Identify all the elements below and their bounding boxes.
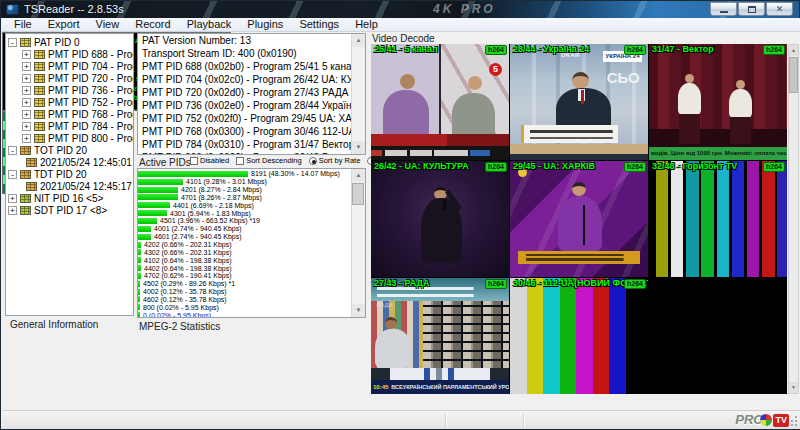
- tree-item-pmt[interactable]: +PMT PID 784 - Progr. 47: [6, 120, 133, 132]
- menu-item-file[interactable]: File: [6, 18, 40, 31]
- scroll-up-icon[interactable]: ▲: [789, 45, 798, 56]
- tree-expander-icon[interactable]: +: [8, 206, 17, 215]
- pid-row[interactable]: 4602 (0.12% - 35.78 Kbps): [138, 296, 365, 304]
- pid-row[interactable]: 4501 (3.96% - 663.52 Kbps) *19: [138, 217, 365, 225]
- tree-expander-icon[interactable]: -: [8, 146, 17, 155]
- pid-row[interactable]: 4101 (9.28% - 3.01 Mbps): [138, 178, 365, 186]
- pid-row[interactable]: 0 (0.02% - 5.95 Kbps): [138, 311, 365, 318]
- scrollbar-thumb[interactable]: [789, 57, 798, 93]
- video-cell-rada[interactable]: РАДА 10:45 ВСЕУКРАЇНСЬКИЙ ПАРЛАМЕНТСЬКИЙ…: [371, 278, 509, 394]
- pid-row[interactable]: 4402 (0.64% - 198.38 Kbps): [138, 264, 365, 272]
- menu-item-settings[interactable]: Settings: [291, 18, 347, 31]
- maximize-button[interactable]: [738, 2, 765, 16]
- pid-row[interactable]: 4702 (0.62% - 190.41 Kbps): [138, 272, 365, 280]
- video-title: 27/43 - РАДА: [374, 278, 429, 289]
- menu-item-playback[interactable]: Playback: [179, 18, 240, 31]
- tree-item-nit[interactable]: +NIT PID 16 <5>: [6, 192, 133, 204]
- menu-item-record[interactable]: Record: [127, 18, 178, 31]
- person-figure: [736, 80, 745, 89]
- tree-item-sdt[interactable]: +SDT PID 17 <8>: [6, 204, 133, 216]
- scroll-up-icon[interactable]: ▲: [352, 169, 366, 182]
- person-figure: [400, 74, 415, 89]
- tree-expander-icon[interactable]: +: [22, 86, 31, 95]
- menu-item-export[interactable]: Export: [40, 18, 88, 31]
- pid-row[interactable]: 4601 (2.74% - 940.45 Kbps): [138, 233, 365, 241]
- pid-rate-bar: [138, 187, 178, 193]
- lower-third-banner: [371, 134, 509, 146]
- tree-item-tdt-time[interactable]: 2021/05/24 12:45:17: [6, 180, 133, 192]
- video-cell-5kanal[interactable]: 5 25/41 - 5 канал h264: [371, 44, 509, 160]
- scene-decoration: [581, 90, 584, 104]
- menu-item-help[interactable]: Help: [347, 18, 386, 31]
- pid-row[interactable]: 800 (0.02% - 5.95 Kbps): [138, 303, 365, 311]
- video-scrollbar[interactable]: ▲ ▼: [788, 44, 799, 394]
- tree-item-pat[interactable]: -PAT PID 0: [6, 36, 133, 48]
- pat-info-list: PAT Version Number: 13 Transport Stream …: [137, 33, 366, 155]
- tree-expander-icon[interactable]: +: [22, 122, 31, 131]
- tree-expander-icon[interactable]: -: [8, 170, 17, 179]
- tree-item-pmt[interactable]: +PMT PID 752 - Progr. 45: [6, 96, 133, 108]
- codec-badge: h264: [763, 162, 785, 172]
- tree-item-tot-time[interactable]: 2021/05/24 12:45:01: [6, 156, 133, 168]
- scroll-down-icon[interactable]: ▼: [352, 141, 366, 154]
- pid-row[interactable]: 4301 (5.94% - 1.83 Mbps): [138, 209, 365, 217]
- pid-row[interactable]: 4201 (8.27% - 2.84 Mbps): [138, 186, 365, 194]
- logo-strip: [390, 368, 489, 380]
- sort-by-rate-radio[interactable]: Sort by Rate: [309, 156, 361, 165]
- table-icon: [20, 38, 31, 47]
- tree-expander-icon[interactable]: +: [22, 62, 31, 71]
- pat-info-scrollbar[interactable]: ▲ ▼: [351, 34, 365, 154]
- app-icon: [6, 4, 19, 15]
- person-figure: [383, 90, 429, 139]
- pid-row[interactable]: 4701 (8.26% - 2.87 Mbps): [138, 194, 365, 202]
- scroll-up-icon[interactable]: ▲: [352, 34, 366, 47]
- close-button[interactable]: ✕: [766, 2, 793, 16]
- pid-row[interactable]: 4401 (6.69% - 2.18 Mbps): [138, 201, 365, 209]
- tree-expander-icon[interactable]: +: [22, 98, 31, 107]
- tree-expander-icon[interactable]: +: [22, 134, 31, 143]
- scroll-down-icon[interactable]: ▼: [352, 304, 366, 317]
- tree-expander-icon[interactable]: +: [22, 50, 31, 59]
- sort-descending-checkbox[interactable]: Sort Descending: [236, 156, 301, 165]
- tree-item-tdt[interactable]: -TDT PID 20: [6, 168, 133, 180]
- tree-item-tot[interactable]: -TOT PID 20: [6, 144, 133, 156]
- active-pids-label: Active PIDs: [139, 157, 191, 168]
- video-cell-vektor[interactable]: видів. Ціни від 1000 грн. Можливі: оплат…: [649, 44, 787, 160]
- tree-item-pmt[interactable]: +PMT PID 768 - Progr. 46: [6, 108, 133, 120]
- tree-item-pmt[interactable]: +PMT PID 736 - Progr. 44: [6, 84, 133, 96]
- video-cell-112ua[interactable]: 30/46 - 112-UA(НОВИЙ ФОРМАТ h264: [510, 278, 648, 394]
- tree-expander-icon[interactable]: +: [22, 74, 31, 83]
- pid-rate-bar: [138, 202, 170, 208]
- pid-row[interactable]: 4102 (0.64% - 198.38 Kbps): [138, 256, 365, 264]
- scrollbar-thumb[interactable]: [352, 183, 364, 205]
- tree-expander-icon[interactable]: +: [22, 110, 31, 119]
- pid-rate-bar: [138, 234, 151, 240]
- pid-rate-bar: [138, 179, 183, 185]
- pid-row[interactable]: 4001 (2.74% - 940.45 Kbps): [138, 225, 365, 233]
- tv-logo-badge: TV: [773, 414, 789, 427]
- pid-row[interactable]: 4502 (0.29% - 89.26 Kbps) *1: [138, 280, 365, 288]
- scroll-down-icon[interactable]: ▼: [789, 382, 798, 393]
- video-cell-gorizont-tv[interactable]: 32/48 - Горизонт TV h264: [649, 161, 787, 277]
- title-bar[interactable]: 4K PRO TSReader -- 2.8.53s ✕: [1, 1, 799, 18]
- tree-item-pmt[interactable]: +PMT PID 688 - Progr. 41: [6, 48, 133, 60]
- pid-row[interactable]: 4202 (0.66% - 202.31 Kbps): [138, 241, 365, 249]
- rada-watermark: РАДА: [377, 302, 394, 309]
- video-cell-ukraina24[interactable]: СЬО ON AIR УКРАЇНА 24 28/44 - Україна 24…: [510, 44, 648, 160]
- minimize-button[interactable]: [710, 2, 737, 16]
- menu-item-view[interactable]: View: [88, 18, 128, 31]
- tree-item-pmt[interactable]: +PMT PID 704 - Progr. 42: [6, 60, 133, 72]
- video-cell-ua-kharkiv[interactable]: 29/45 - UA: ХАРКІВ h264: [510, 161, 648, 277]
- pid-row[interactable]: 4302 (0.66% - 202.31 Kbps): [138, 248, 365, 256]
- tree-expander-icon[interactable]: -: [8, 38, 17, 47]
- menu-item-plugins[interactable]: Plugins: [239, 18, 291, 31]
- disabled-checkbox[interactable]: Disabled: [190, 156, 229, 165]
- video-cell-ua-kultura[interactable]: 26/42 - UA: КУЛЬТУРА h264: [371, 161, 509, 277]
- person-figure: [685, 74, 694, 83]
- tree-expander-icon[interactable]: +: [8, 194, 17, 203]
- tree-item-pmt[interactable]: +PMT PID 720 - Progr. 43: [6, 72, 133, 84]
- tree-item-pmt[interactable]: +PMT PID 800 - Progr. 48: [6, 132, 133, 144]
- pid-row[interactable]: 8191 (48.30% - 14.07 Mbps): [138, 170, 365, 178]
- video-title: 32/48 - Горизонт TV: [652, 161, 737, 172]
- pid-row[interactable]: 4002 (0.12% - 35.78 Kbps): [138, 288, 365, 296]
